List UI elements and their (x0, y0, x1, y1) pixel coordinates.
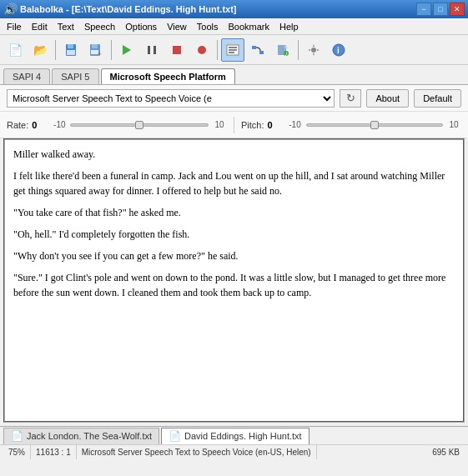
menu-view[interactable]: View (162, 20, 192, 33)
toolbar-sep-4 (298, 40, 299, 60)
rate-slider-group: Rate: 0 -10 10 (7, 120, 227, 130)
menu-tools[interactable]: Tools (192, 20, 224, 33)
main-layout: File Edit Text Speech Options View Tools… (0, 18, 468, 459)
toolbar-sep-2 (111, 40, 112, 60)
rate-label: Rate: (7, 120, 28, 130)
speech-tabs: SAPI 4 SAPI 5 Microsoft Speech Platform (0, 65, 468, 85)
svg-rect-2 (67, 50, 75, 55)
menu-text[interactable]: Text (53, 20, 79, 33)
pitch-label: Pitch: (241, 120, 264, 130)
toolbar-sep-1 (55, 40, 56, 60)
toolbar-save[interactable] (59, 38, 83, 62)
content-wrapper: Miller walked away. I felt like there'd … (3, 138, 465, 423)
toolbar-stop[interactable] (165, 38, 189, 62)
sliders-row: Rate: 0 -10 10 Pitch: 0 -10 10 (0, 112, 468, 138)
tab-sapi4[interactable]: SAPI 4 (3, 68, 50, 84)
status-position: 11613 : 1 (31, 445, 77, 459)
svg-rect-10 (173, 46, 181, 54)
title-bar-text: Balabolka - [E:\Text\David Eddings. High… (20, 4, 237, 14)
pitch-min: -10 (288, 120, 303, 129)
menu-edit[interactable]: Edit (27, 20, 53, 33)
toolbar-pause[interactable] (140, 38, 164, 62)
menu-speech[interactable]: Speech (79, 20, 120, 33)
menu-help[interactable]: Help (274, 20, 304, 33)
close-button[interactable]: ✕ (450, 3, 465, 16)
svg-point-21 (311, 48, 316, 53)
toolbar-file-audio[interactable]: ♪ (271, 38, 294, 62)
refresh-button[interactable]: ↻ (340, 89, 361, 108)
svg-marker-17 (259, 51, 264, 54)
pitch-value: 0 (268, 120, 284, 130)
paragraph-1: Miller walked away. (13, 147, 455, 162)
app-icon: 🔊 (3, 3, 17, 16)
rate-value: 0 (32, 120, 48, 130)
svg-rect-1 (68, 44, 73, 48)
tab-icon-david: 📄 (169, 430, 181, 442)
status-size: 695 KB (317, 445, 465, 459)
toolbar-edit-text[interactable] (221, 38, 244, 62)
document-tabs: 📄 Jack London. The Sea-Wolf.txt 📄 David … (0, 426, 468, 444)
default-button[interactable]: Default (414, 89, 461, 108)
about-button[interactable]: About (366, 89, 409, 108)
toolbar-new[interactable]: 📄 (3, 38, 27, 62)
svg-rect-4 (92, 44, 98, 48)
menu-options[interactable]: Options (120, 20, 162, 33)
pitch-track (306, 123, 443, 127)
toolbar-record[interactable] (190, 38, 214, 62)
toolbar-settings[interactable] (302, 38, 325, 62)
toolbar-save-as[interactable]: + (84, 38, 108, 62)
svg-text:+: + (98, 50, 102, 57)
pitch-slider-group: Pitch: 0 -10 10 (241, 120, 461, 130)
paragraph-5: "Why don't you see if you can get a few … (13, 248, 455, 263)
window-controls: − □ ✕ (416, 3, 465, 16)
voice-select[interactable]: Microsoft Server Speech Text to Speech V… (7, 89, 335, 108)
rate-thumb[interactable] (135, 121, 143, 129)
svg-marker-16 (252, 46, 256, 49)
voice-row: Microsoft Server Speech Text to Speech V… (0, 85, 468, 112)
svg-point-11 (198, 46, 206, 54)
paragraph-6: "Sure." I got Clint's pole and went on d… (13, 270, 455, 300)
tab-david-eddings[interactable]: 📄 David Eddings. High Hunt.txt (161, 428, 309, 444)
svg-rect-8 (148, 46, 150, 54)
svg-text:♪: ♪ (284, 50, 288, 57)
toolbar: 📄 📂 + ♪ (0, 35, 468, 65)
menu-bar: File Edit Text Speech Options View Tools… (0, 18, 468, 35)
content-text[interactable]: Miller walked away. I felt like there'd … (5, 140, 463, 421)
toolbar-open[interactable]: 📂 (28, 38, 52, 62)
content-section: Miller walked away. I felt like there'd … (3, 138, 465, 423)
menu-file[interactable]: File (2, 20, 27, 33)
tab-label-jack: Jack London. The Sea-Wolf.txt (27, 431, 152, 441)
rate-max: 10 (212, 120, 227, 129)
tab-label-david: David Eddings. High Hunt.txt (184, 431, 302, 441)
toolbar-play[interactable] (115, 38, 138, 62)
svg-text:i: i (337, 46, 340, 55)
tab-icon-jack: 📄 (11, 430, 23, 442)
menu-bookmark[interactable]: Bookmark (223, 20, 274, 33)
status-bar: 75% 11613 : 1 Microsoft Server Speech Te… (0, 444, 468, 459)
status-voice: Microsoft Server Speech Text to Speech V… (77, 445, 317, 459)
toolbar-convert[interactable] (246, 38, 269, 62)
tab-sapi5[interactable]: SAPI 5 (52, 68, 98, 84)
tab-msp[interactable]: Microsoft Speech Platform (101, 68, 235, 84)
slider-divider (234, 117, 234, 133)
toolbar-sep-3 (217, 40, 218, 60)
toolbar-about[interactable]: i (327, 38, 350, 62)
rate-min: -10 (52, 120, 67, 129)
rate-track (70, 123, 209, 127)
minimize-button[interactable]: − (416, 3, 431, 16)
svg-marker-7 (123, 45, 131, 55)
title-bar: 🔊 Balabolka - [E:\Text\David Eddings. Hi… (0, 0, 468, 18)
tab-jack-london[interactable]: 📄 Jack London. The Sea-Wolf.txt (3, 428, 159, 444)
paragraph-3: "You take care of that fish?" he asked m… (13, 205, 455, 220)
status-zoom: 75% (3, 445, 31, 459)
paragraph-4: "Oh, hell." I'd completely forgotten the… (13, 227, 455, 242)
pitch-thumb[interactable] (370, 121, 379, 129)
svg-rect-9 (153, 46, 156, 54)
paragraph-2: I felt like there'd been a funeral in ca… (13, 168, 455, 198)
maximize-button[interactable]: □ (433, 3, 448, 16)
pitch-max: 10 (446, 120, 461, 129)
